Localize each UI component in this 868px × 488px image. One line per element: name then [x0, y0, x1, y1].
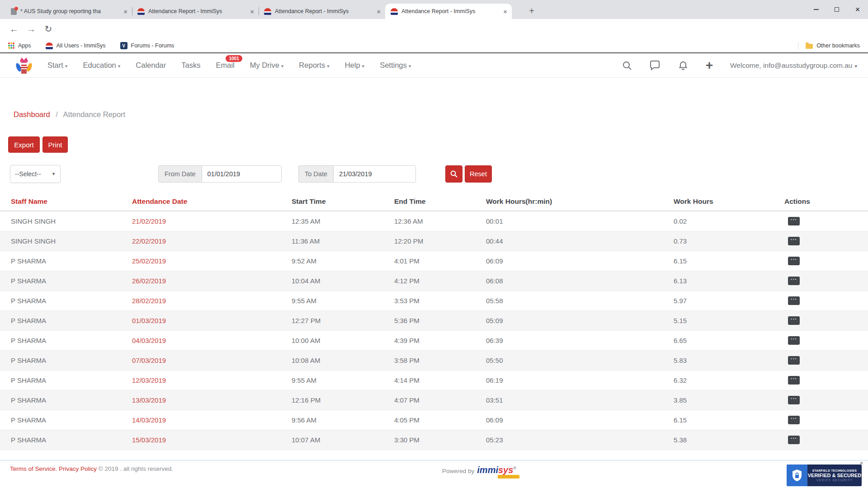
nav-item-calendar[interactable]: Calendar [136, 61, 166, 70]
row-actions-button[interactable]: ··· [788, 336, 800, 345]
cell-end-time: 12:20 PM [394, 237, 486, 245]
print-button[interactable]: Print [42, 136, 68, 153]
cell-end-time: 4:07 PM [394, 396, 486, 404]
cell-start-time: 11:36 AM [292, 237, 394, 245]
row-actions-button[interactable]: ··· [788, 416, 800, 424]
cell-staff-name: P SHARMA [11, 357, 132, 364]
cell-end-time: 4:39 PM [394, 337, 486, 344]
staff-filter-select[interactable]: --Select-- ▼ [10, 165, 61, 183]
window-maximize-button[interactable] [826, 0, 847, 19]
from-date-input[interactable] [202, 165, 282, 183]
bookmark-all-users[interactable]: All Users - ImmiSys [46, 42, 106, 49]
other-bookmarks-button[interactable]: Other bookmarks [806, 42, 860, 49]
table-row: P SHARMA 12/03/2019 9:55 AM 4:14 PM 06:1… [0, 371, 868, 390]
row-actions-button[interactable]: ··· [788, 257, 800, 265]
nav-item-reports[interactable]: Reports▾ [299, 61, 329, 70]
filter-bar: --Select-- ▼ From Date To Date Reset [0, 165, 868, 183]
cell-attendance-date: 01/03/2019 [132, 317, 292, 324]
cell-staff-name: P SHARMA [11, 376, 132, 384]
row-actions-button[interactable]: ··· [788, 316, 800, 325]
cell-attendance-date: 12/03/2019 [132, 376, 292, 384]
breadcrumb-dashboard-link[interactable]: Dashboard [14, 110, 50, 118]
chat-icon[interactable] [650, 60, 660, 71]
nav-item-help[interactable]: Help▾ [345, 61, 364, 70]
browser-tab-4-active[interactable]: Attendance Report - ImmiSys × [385, 4, 512, 19]
search-button[interactable] [445, 165, 462, 183]
chevron-down-icon: ▾ [118, 63, 121, 69]
cell-attendance-date: 15/03/2019 [132, 436, 292, 444]
row-actions-button[interactable]: ··· [788, 356, 800, 365]
tab-close-icon[interactable]: × [123, 8, 127, 15]
apps-shortcut[interactable]: Apps [8, 42, 31, 49]
forward-icon[interactable]: → [24, 21, 39, 37]
column-header-attendance-date[interactable]: Attendance Date [132, 197, 292, 206]
cell-staff-name: P SHARMA [11, 257, 132, 265]
security-seal[interactable]: STARFIELD TECHNOLOGIES VERIFIED & SECURE… [787, 465, 862, 486]
browser-tab-3[interactable]: Attendance Report - ImmiSys × [259, 4, 385, 19]
row-actions-button[interactable]: ··· [788, 237, 800, 245]
aus-study-group-logo[interactable] [14, 56, 34, 76]
to-date-input[interactable] [333, 165, 416, 183]
cell-staff-name: SINGH SINGH [11, 217, 132, 225]
cell-work-hours: 6.15 [674, 416, 784, 424]
cell-work-hours: 6.15 [674, 257, 784, 265]
search-icon[interactable] [622, 60, 632, 71]
folder-icon [806, 44, 813, 49]
table-header-row: Staff Name Attendance Date Start Time En… [0, 192, 868, 211]
cell-work-hours: 6.32 [674, 376, 784, 384]
user-account-menu[interactable]: Welcome, info@ausstudygroup.com.au▾ [730, 61, 857, 70]
breadcrumb: Dashboard / Attendance Report [14, 110, 125, 119]
shield-lock-icon [787, 465, 807, 486]
row-actions-button[interactable]: ··· [788, 436, 800, 444]
nav-item-education[interactable]: Education▾ [83, 61, 120, 70]
search-icon [450, 170, 458, 178]
immisys-flag-favicon [391, 8, 398, 15]
row-actions-button[interactable]: ··· [788, 217, 800, 225]
table-row: P SHARMA 01/03/2019 12:27 PM 5:36 PM 05:… [0, 311, 868, 331]
browser-tab-1[interactable]: * AUS Study group reporting tha × [5, 4, 132, 19]
table-row: P SHARMA 07/03/2019 10:08 AM 3:58 PM 05:… [0, 351, 868, 371]
row-actions-button[interactable]: ··· [788, 376, 800, 385]
nav-item-email[interactable]: Email 1001 [216, 61, 234, 70]
email-count-badge: 1001 [226, 55, 242, 62]
tab-title: * AUS Study group reporting tha [20, 8, 120, 14]
cell-end-time: 3:53 PM [394, 297, 486, 305]
cell-work-hours-hrmin: 05:09 [486, 317, 674, 324]
nav-item-start[interactable]: Start▾ [47, 61, 67, 70]
add-icon[interactable]: + [706, 59, 713, 72]
tab-close-icon[interactable]: × [503, 8, 507, 15]
notifications-bell-icon[interactable] [678, 60, 689, 71]
to-date-label: To Date [298, 165, 333, 183]
bookmark-forums[interactable]: V Forums - Forums [120, 42, 175, 49]
terms-of-service-link[interactable]: Terms of Service. [10, 465, 57, 472]
cell-work-hours-hrmin: 05:50 [486, 357, 674, 364]
reload-icon[interactable]: ↻ [41, 21, 56, 37]
row-actions-button[interactable]: ··· [788, 396, 800, 404]
nav-item-settings[interactable]: Settings▾ [380, 61, 411, 70]
export-button[interactable]: Export [8, 136, 40, 153]
window-minimize-button[interactable] [806, 0, 826, 19]
back-icon[interactable]: ← [6, 21, 22, 37]
reset-button[interactable]: Reset [465, 165, 492, 183]
browser-tab-2[interactable]: Attendance Report - ImmiSys × [132, 4, 259, 19]
nav-item-my-drive[interactable]: My Drive▾ [250, 61, 284, 70]
row-actions-button[interactable]: ··· [788, 277, 800, 285]
column-header-staff-name[interactable]: Staff Name [11, 197, 132, 206]
tab-close-icon[interactable]: × [250, 8, 254, 15]
new-tab-button[interactable]: + [525, 5, 538, 17]
select-caret-icon: ▼ [52, 172, 56, 176]
row-actions-button[interactable]: ··· [788, 296, 800, 305]
cell-work-hours: 6.13 [674, 277, 784, 285]
cell-start-time: 10:00 AM [292, 337, 394, 344]
copyright-text: © 2019 . all rights reserved. [99, 465, 173, 472]
nav-item-tasks[interactable]: Tasks [181, 61, 200, 70]
cell-start-time: 9:55 AM [292, 376, 394, 384]
cell-staff-name: P SHARMA [11, 337, 132, 344]
window-close-button[interactable]: × [847, 0, 868, 19]
immisys-flag-favicon [264, 8, 271, 15]
tab-close-icon[interactable]: × [377, 8, 381, 15]
table-row: P SHARMA 25/02/2019 9:52 AM 4:01 PM 06:0… [0, 251, 868, 271]
forums-favicon: V [120, 42, 127, 49]
table-row: P SHARMA 13/03/2019 12:16 PM 4:07 PM 03:… [0, 390, 868, 410]
privacy-policy-link[interactable]: Privacy Policy [59, 465, 97, 472]
